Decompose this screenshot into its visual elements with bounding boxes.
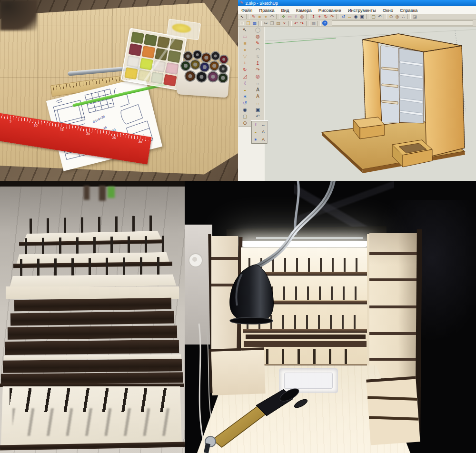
select-icon[interactable]: ↖ (238, 27, 251, 33)
construction-tools-palette: ℓ↔◒A∗A (251, 121, 268, 144)
walk-icon[interactable]: ∴ (400, 14, 407, 20)
eraser-icon[interactable]: ▭ (287, 14, 293, 20)
zoom-icon[interactable]: ◉ (353, 14, 359, 20)
zoom-window-icon[interactable]: ▣ (359, 14, 365, 20)
menu-окно[interactable]: Окно (379, 8, 397, 13)
move-icon[interactable]: + (317, 14, 323, 20)
toolbar-separator (366, 14, 369, 19)
look-around-icon[interactable]: ◎ (394, 14, 400, 20)
pan-icon[interactable]: ↔ (251, 100, 264, 107)
previous-view-icon[interactable]: ↶ (251, 113, 264, 120)
tape-measure-icon[interactable]: ℓ (252, 121, 259, 128)
menu-рисование[interactable]: Рисование (315, 8, 345, 13)
zoom-window-icon[interactable]: ▣ (251, 107, 264, 113)
open-folder-icon[interactable]: ❒ (245, 20, 251, 26)
move-icon[interactable]: + (238, 60, 251, 67)
thread-spool-stand (177, 48, 232, 98)
rail-stack-2 (10, 311, 174, 326)
zoom-icon[interactable]: ◉ (238, 107, 251, 113)
3d-text-icon[interactable]: A (251, 93, 264, 100)
thread-spool (201, 52, 212, 63)
rotate-icon[interactable]: ↻ (323, 14, 329, 20)
section-plane-icon[interactable]: ◪ (412, 14, 418, 20)
eraser-icon[interactable]: ▭ (238, 33, 251, 40)
orbit-icon[interactable]: ↺ (340, 14, 347, 20)
delete-icon[interactable]: × (281, 20, 288, 26)
menu-правка[interactable]: Правка (256, 8, 278, 13)
redo-icon[interactable]: ↷ (299, 20, 305, 26)
follow-me-icon[interactable]: ↷ (329, 14, 335, 20)
text-icon[interactable]: A (251, 87, 264, 93)
undo-icon[interactable]: ↶ (293, 20, 299, 26)
push-pull-icon[interactable]: ↥ (310, 14, 317, 20)
polygon-icon[interactable]: ▽ (238, 53, 251, 60)
wide-slab (6, 286, 179, 299)
rail-stack-4 (5, 340, 179, 355)
rail-stack-1 (14, 298, 171, 312)
axes-icon[interactable]: ∗ (238, 93, 251, 100)
model-viewport[interactable] (265, 27, 476, 182)
dimension-icon[interactable]: ↔ (251, 80, 264, 87)
zoom-extents-icon[interactable]: ▢ (370, 14, 377, 20)
cabinet-3d-model (265, 27, 476, 182)
dimension-icon[interactable]: ↔ (259, 121, 267, 128)
cut-icon[interactable]: ✂ (263, 20, 269, 26)
toolbar-separator (258, 21, 262, 26)
3d-text-icon[interactable]: A (259, 136, 267, 143)
rectangle-icon[interactable]: ■ (238, 40, 251, 47)
arc-icon[interactable]: ◠ (269, 14, 275, 20)
menu-вид[interactable]: Вид (278, 8, 292, 13)
text-icon[interactable]: A (259, 128, 267, 135)
push-pull-icon[interactable]: ↥ (251, 60, 264, 67)
protractor-icon[interactable]: ◒ (238, 87, 251, 93)
furniture-leg (84, 186, 89, 200)
help-icon[interactable]: ? (322, 20, 327, 26)
zoom-extents-icon[interactable]: ▢ (238, 113, 251, 120)
dark-background-strip (0, 181, 185, 187)
position-camera-icon[interactable]: ⊙ (388, 14, 394, 20)
rail-stack-6 (1, 372, 183, 384)
paint-bucket-icon[interactable]: ◍ (251, 33, 264, 40)
pan-icon[interactable]: ↔ (347, 14, 353, 20)
rectangle-icon[interactable]: ■ (257, 14, 263, 20)
rotate-icon[interactable]: ↻ (238, 67, 251, 73)
tape-measure-icon[interactable]: ℓ (293, 14, 299, 20)
line-icon[interactable]: ✎ (250, 14, 257, 20)
ruler-number: 30 (138, 140, 142, 144)
tape-measure-icon[interactable]: ℓ (238, 80, 251, 87)
scale-icon[interactable]: ◿ (238, 73, 251, 80)
freehand-icon[interactable]: ≈ (251, 53, 264, 60)
lasso-icon[interactable]: ◯ (251, 27, 264, 33)
title-bar[interactable]: ✎ 2.skp - SketchUp (238, 0, 476, 6)
offset-icon[interactable]: ◎ (251, 73, 264, 80)
app-icon: ✎ (240, 1, 244, 5)
menu-файл[interactable]: Файл (238, 8, 256, 13)
ruler-number: 15 (60, 128, 64, 131)
rail-stack-5 (3, 359, 182, 373)
protractor-icon[interactable]: ◒ (252, 128, 259, 135)
menu-камера[interactable]: Камера (293, 8, 315, 13)
paste-icon[interactable]: ▤ (275, 20, 281, 26)
previous-view-icon[interactable]: ↶ (377, 14, 383, 20)
paint-bucket-icon[interactable]: ◍ (299, 14, 305, 20)
line-icon[interactable]: ✎ (251, 40, 264, 47)
axes-icon[interactable]: ∗ (252, 136, 259, 143)
follow-me-icon[interactable]: ↷ (251, 67, 264, 73)
bottom-peg-row (10, 388, 177, 412)
menu-справка[interactable]: Справка (397, 8, 421, 13)
make-component-icon[interactable]: ❖ (280, 14, 287, 20)
arc-icon[interactable]: ◠ (251, 47, 264, 53)
peg-shadows (12, 408, 176, 436)
circle-icon[interactable]: ● (263, 14, 269, 20)
save-icon[interactable]: ▦ (251, 20, 258, 26)
select-icon[interactable]: ↖ (239, 14, 245, 20)
circle-icon[interactable]: ● (238, 47, 251, 53)
lamp-and-vise-layer (185, 181, 476, 453)
copy-icon[interactable]: ❐ (269, 20, 275, 26)
new-file-icon[interactable]: ❏ (239, 20, 245, 26)
photo-finished-station (185, 181, 476, 453)
menu-инструменты[interactable]: Инструменты (345, 8, 379, 13)
print-icon[interactable]: ▥ (310, 20, 317, 26)
position-camera-icon[interactable]: ⊙ (238, 120, 251, 127)
orbit-icon[interactable]: ↺ (238, 100, 251, 107)
